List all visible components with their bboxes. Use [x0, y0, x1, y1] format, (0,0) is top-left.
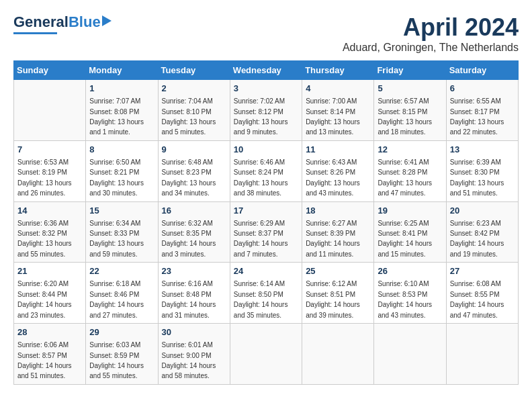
sunrise-info: Sunrise: 6:57 AM — [378, 97, 429, 105]
sunset-info: Sunset: 8:30 PM — [450, 169, 500, 176]
calendar-cell: 21 Sunrise: 6:20 AM Sunset: 8:44 PM Dayl… — [14, 263, 86, 324]
sunset-info: Sunset: 8:57 PM — [17, 352, 67, 359]
col-friday: Friday — [374, 61, 446, 80]
sunset-info: Sunset: 8:19 PM — [17, 169, 67, 176]
day-number: 20 — [450, 205, 515, 217]
day-number: 15 — [89, 205, 154, 217]
calendar-cell: 19 Sunrise: 6:25 AM Sunset: 8:41 PM Dayl… — [374, 201, 446, 263]
day-number: 14 — [17, 205, 82, 217]
sunrise-info: Sunrise: 6:53 AM — [17, 158, 69, 166]
day-number: 23 — [162, 265, 226, 277]
sunset-info: Sunset: 8:39 PM — [306, 230, 355, 237]
calendar-cell: 15 Sunrise: 6:34 AM Sunset: 8:33 PM Dayl… — [86, 201, 158, 263]
daylight-info: Daylight: 14 hours and 11 minutes. — [306, 240, 360, 257]
calendar-week-4: 21 Sunrise: 6:20 AM Sunset: 8:44 PM Dayl… — [14, 263, 519, 324]
sunrise-info: Sunrise: 6:08 AM — [450, 280, 501, 287]
calendar-cell: 11 Sunrise: 6:43 AM Sunset: 8:26 PM Dayl… — [302, 140, 374, 201]
daylight-info: Daylight: 13 hours and 18 minutes. — [378, 118, 432, 136]
calendar-cell: 27 Sunrise: 6:08 AM Sunset: 8:55 PM Dayl… — [446, 263, 518, 324]
day-number: 8 — [89, 144, 154, 156]
day-number: 17 — [234, 205, 298, 217]
sunset-info: Sunset: 8:17 PM — [450, 108, 500, 116]
daylight-info: Daylight: 14 hours and 31 minutes. — [162, 301, 216, 318]
calendar-header: Sunday Monday Tuesday Wednesday Thursday… — [14, 61, 519, 80]
day-number: 18 — [306, 205, 370, 217]
calendar-cell: 6 Sunrise: 6:55 AM Sunset: 8:17 PM Dayli… — [446, 80, 518, 141]
daylight-info: Daylight: 14 hours and 15 minutes. — [378, 240, 432, 257]
sunrise-info: Sunrise: 6:18 AM — [89, 280, 140, 287]
daylight-info: Daylight: 14 hours and 3 minutes. — [162, 240, 216, 257]
daylight-info: Daylight: 13 hours and 5 minutes. — [162, 118, 216, 136]
sunrise-info: Sunrise: 6:14 AM — [234, 280, 285, 287]
calendar-table: Sunday Monday Tuesday Wednesday Thursday… — [13, 60, 519, 385]
daylight-info: Daylight: 13 hours and 51 minutes. — [450, 179, 504, 197]
day-number: 9 — [162, 144, 226, 156]
logo-general: General — [13, 13, 69, 31]
sunset-info: Sunset: 8:10 PM — [162, 108, 212, 116]
calendar-cell — [302, 324, 374, 385]
calendar-cell: 8 Sunrise: 6:50 AM Sunset: 8:21 PM Dayli… — [86, 140, 158, 201]
sunrise-info: Sunrise: 6:23 AM — [450, 220, 501, 227]
sunrise-info: Sunrise: 6:50 AM — [89, 158, 140, 166]
col-thursday: Thursday — [302, 61, 374, 80]
calendar-cell — [14, 80, 86, 141]
calendar-body: 1 Sunrise: 7:07 AM Sunset: 8:08 PM Dayli… — [14, 80, 519, 385]
sunrise-info: Sunrise: 6:20 AM — [17, 280, 69, 287]
daylight-info: Daylight: 14 hours and 58 minutes. — [162, 362, 216, 379]
sunset-info: Sunset: 8:59 PM — [89, 352, 139, 359]
calendar-cell: 25 Sunrise: 6:12 AM Sunset: 8:51 PM Dayl… — [302, 263, 374, 324]
daylight-info: Daylight: 14 hours and 51 minutes. — [17, 362, 72, 379]
daylight-info: Daylight: 14 hours and 47 minutes. — [450, 301, 504, 318]
sunrise-info: Sunrise: 7:02 AM — [234, 97, 285, 105]
col-saturday: Saturday — [446, 61, 518, 80]
month-title: April 2024 — [343, 13, 519, 42]
daylight-info: Daylight: 14 hours and 43 minutes. — [378, 301, 432, 318]
day-number: 27 — [450, 265, 515, 277]
calendar-cell: 29 Sunrise: 6:03 AM Sunset: 8:59 PM Dayl… — [86, 324, 158, 385]
calendar-cell: 10 Sunrise: 6:46 AM Sunset: 8:24 PM Dayl… — [230, 140, 302, 201]
calendar-cell: 13 Sunrise: 6:39 AM Sunset: 8:30 PM Dayl… — [446, 140, 518, 201]
day-number: 5 — [378, 83, 442, 95]
calendar-cell — [230, 324, 302, 385]
calendar-cell — [374, 324, 446, 385]
col-sunday: Sunday — [14, 61, 86, 80]
daylight-info: Daylight: 13 hours and 34 minutes. — [162, 179, 216, 197]
calendar-cell: 24 Sunrise: 6:14 AM Sunset: 8:50 PM Dayl… — [230, 263, 302, 324]
day-number: 1 — [89, 83, 154, 95]
sunset-info: Sunset: 8:55 PM — [450, 291, 500, 298]
daylight-info: Daylight: 13 hours and 1 minute. — [89, 118, 144, 136]
sunrise-info: Sunrise: 6:43 AM — [306, 158, 357, 166]
day-number: 2 — [162, 83, 226, 95]
sunset-info: Sunset: 8:37 PM — [234, 230, 283, 237]
svg-marker-0 — [102, 15, 112, 26]
calendar-cell: 1 Sunrise: 7:07 AM Sunset: 8:08 PM Dayli… — [86, 80, 158, 141]
logo-arrow-icon — [102, 15, 113, 26]
calendar-cell: 30 Sunrise: 6:01 AM Sunset: 9:00 PM Dayl… — [158, 324, 230, 385]
daylight-info: Daylight: 14 hours and 23 minutes. — [17, 301, 72, 318]
daylight-info: Daylight: 13 hours and 26 minutes. — [17, 179, 72, 197]
sunrise-info: Sunrise: 6:25 AM — [378, 220, 429, 227]
sunset-info: Sunset: 8:15 PM — [378, 108, 427, 116]
logo-blue: Blue — [69, 13, 101, 31]
daylight-info: Daylight: 13 hours and 13 minutes. — [306, 118, 360, 136]
calendar-week-2: 7 Sunrise: 6:53 AM Sunset: 8:19 PM Dayli… — [14, 140, 519, 201]
calendar-cell: 12 Sunrise: 6:41 AM Sunset: 8:28 PM Dayl… — [374, 140, 446, 201]
daylight-info: Daylight: 14 hours and 39 minutes. — [306, 301, 360, 318]
sunrise-info: Sunrise: 7:00 AM — [306, 97, 357, 105]
col-tuesday: Tuesday — [158, 61, 230, 80]
calendar-cell: 5 Sunrise: 6:57 AM Sunset: 8:15 PM Dayli… — [374, 80, 446, 141]
sunset-info: Sunset: 8:14 PM — [306, 108, 355, 116]
daylight-info: Daylight: 14 hours and 19 minutes. — [450, 240, 504, 257]
day-number: 25 — [306, 265, 370, 277]
calendar-cell: 28 Sunrise: 6:06 AM Sunset: 8:57 PM Dayl… — [14, 324, 86, 385]
sunrise-info: Sunrise: 6:46 AM — [234, 158, 285, 166]
day-number: 7 — [17, 144, 82, 156]
sunset-info: Sunset: 8:44 PM — [17, 291, 67, 298]
sunset-info: Sunset: 8:41 PM — [378, 230, 427, 237]
calendar-cell: 2 Sunrise: 7:04 AM Sunset: 8:10 PM Dayli… — [158, 80, 230, 141]
day-number: 3 — [234, 83, 298, 95]
sunset-info: Sunset: 9:00 PM — [162, 352, 212, 359]
sunrise-info: Sunrise: 6:29 AM — [234, 220, 285, 227]
calendar-cell: 23 Sunrise: 6:16 AM Sunset: 8:48 PM Dayl… — [158, 263, 230, 324]
day-number: 24 — [234, 265, 298, 277]
